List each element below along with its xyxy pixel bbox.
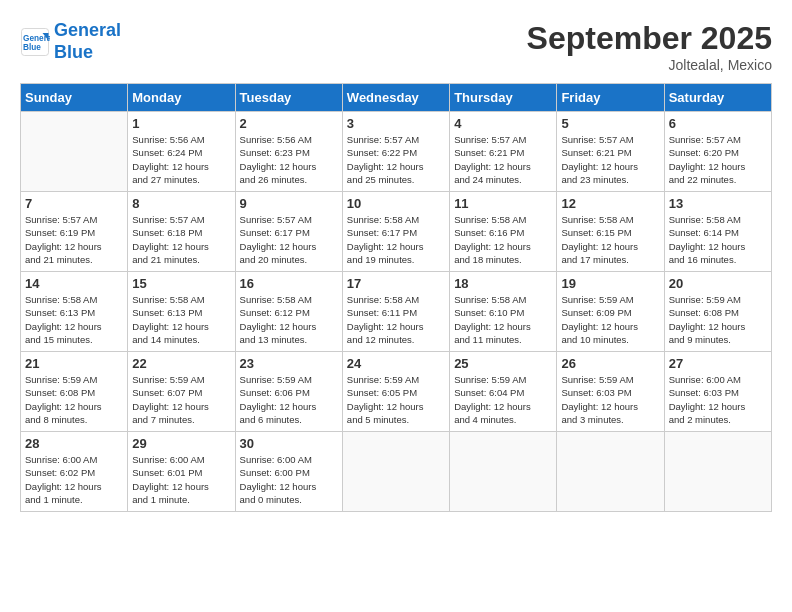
- weekday-header-tuesday: Tuesday: [235, 84, 342, 112]
- calendar-cell: 17Sunrise: 5:58 AM Sunset: 6:11 PM Dayli…: [342, 272, 449, 352]
- day-info: Sunrise: 5:58 AM Sunset: 6:14 PM Dayligh…: [669, 213, 767, 266]
- logo-text: GeneralBlue: [54, 20, 121, 63]
- logo: General Blue GeneralBlue: [20, 20, 121, 63]
- calendar-cell: 4Sunrise: 5:57 AM Sunset: 6:21 PM Daylig…: [450, 112, 557, 192]
- day-info: Sunrise: 5:57 AM Sunset: 6:20 PM Dayligh…: [669, 133, 767, 186]
- day-number: 19: [561, 276, 659, 291]
- day-info: Sunrise: 5:59 AM Sunset: 6:04 PM Dayligh…: [454, 373, 552, 426]
- calendar-cell: 29Sunrise: 6:00 AM Sunset: 6:01 PM Dayli…: [128, 432, 235, 512]
- calendar-cell: 22Sunrise: 5:59 AM Sunset: 6:07 PM Dayli…: [128, 352, 235, 432]
- calendar-week-5: 28Sunrise: 6:00 AM Sunset: 6:02 PM Dayli…: [21, 432, 772, 512]
- day-number: 29: [132, 436, 230, 451]
- location: Joltealal, Mexico: [527, 57, 772, 73]
- day-info: Sunrise: 5:58 AM Sunset: 6:13 PM Dayligh…: [132, 293, 230, 346]
- calendar-cell: 2Sunrise: 5:56 AM Sunset: 6:23 PM Daylig…: [235, 112, 342, 192]
- day-number: 24: [347, 356, 445, 371]
- calendar-cell: 19Sunrise: 5:59 AM Sunset: 6:09 PM Dayli…: [557, 272, 664, 352]
- calendar-cell: 20Sunrise: 5:59 AM Sunset: 6:08 PM Dayli…: [664, 272, 771, 352]
- month-title: September 2025: [527, 20, 772, 57]
- day-number: 14: [25, 276, 123, 291]
- day-number: 22: [132, 356, 230, 371]
- calendar-week-2: 7Sunrise: 5:57 AM Sunset: 6:19 PM Daylig…: [21, 192, 772, 272]
- calendar-cell: 10Sunrise: 5:58 AM Sunset: 6:17 PM Dayli…: [342, 192, 449, 272]
- day-info: Sunrise: 5:58 AM Sunset: 6:10 PM Dayligh…: [454, 293, 552, 346]
- calendar-header-row: SundayMondayTuesdayWednesdayThursdayFrid…: [21, 84, 772, 112]
- weekday-header-monday: Monday: [128, 84, 235, 112]
- day-number: 25: [454, 356, 552, 371]
- day-info: Sunrise: 5:58 AM Sunset: 6:16 PM Dayligh…: [454, 213, 552, 266]
- calendar-cell: 23Sunrise: 5:59 AM Sunset: 6:06 PM Dayli…: [235, 352, 342, 432]
- day-info: Sunrise: 5:56 AM Sunset: 6:23 PM Dayligh…: [240, 133, 338, 186]
- day-number: 15: [132, 276, 230, 291]
- day-number: 13: [669, 196, 767, 211]
- day-info: Sunrise: 5:59 AM Sunset: 6:06 PM Dayligh…: [240, 373, 338, 426]
- weekday-header-thursday: Thursday: [450, 84, 557, 112]
- calendar-cell: [342, 432, 449, 512]
- day-number: 20: [669, 276, 767, 291]
- day-info: Sunrise: 6:00 AM Sunset: 6:00 PM Dayligh…: [240, 453, 338, 506]
- day-info: Sunrise: 5:57 AM Sunset: 6:19 PM Dayligh…: [25, 213, 123, 266]
- calendar-cell: 25Sunrise: 5:59 AM Sunset: 6:04 PM Dayli…: [450, 352, 557, 432]
- weekday-header-sunday: Sunday: [21, 84, 128, 112]
- calendar-cell: 14Sunrise: 5:58 AM Sunset: 6:13 PM Dayli…: [21, 272, 128, 352]
- calendar-cell: [664, 432, 771, 512]
- calendar-cell: 15Sunrise: 5:58 AM Sunset: 6:13 PM Dayli…: [128, 272, 235, 352]
- day-info: Sunrise: 5:58 AM Sunset: 6:13 PM Dayligh…: [25, 293, 123, 346]
- day-info: Sunrise: 5:59 AM Sunset: 6:05 PM Dayligh…: [347, 373, 445, 426]
- day-info: Sunrise: 5:57 AM Sunset: 6:21 PM Dayligh…: [561, 133, 659, 186]
- day-info: Sunrise: 6:00 AM Sunset: 6:03 PM Dayligh…: [669, 373, 767, 426]
- day-info: Sunrise: 5:58 AM Sunset: 6:15 PM Dayligh…: [561, 213, 659, 266]
- day-info: Sunrise: 5:59 AM Sunset: 6:07 PM Dayligh…: [132, 373, 230, 426]
- calendar-cell: 11Sunrise: 5:58 AM Sunset: 6:16 PM Dayli…: [450, 192, 557, 272]
- day-number: 16: [240, 276, 338, 291]
- svg-text:Blue: Blue: [23, 42, 41, 51]
- day-info: Sunrise: 5:57 AM Sunset: 6:18 PM Dayligh…: [132, 213, 230, 266]
- day-info: Sunrise: 6:00 AM Sunset: 6:02 PM Dayligh…: [25, 453, 123, 506]
- calendar-cell: 28Sunrise: 6:00 AM Sunset: 6:02 PM Dayli…: [21, 432, 128, 512]
- day-info: Sunrise: 5:58 AM Sunset: 6:17 PM Dayligh…: [347, 213, 445, 266]
- day-info: Sunrise: 5:57 AM Sunset: 6:21 PM Dayligh…: [454, 133, 552, 186]
- day-number: 3: [347, 116, 445, 131]
- calendar-cell: 6Sunrise: 5:57 AM Sunset: 6:20 PM Daylig…: [664, 112, 771, 192]
- calendar-cell: 12Sunrise: 5:58 AM Sunset: 6:15 PM Dayli…: [557, 192, 664, 272]
- day-info: Sunrise: 6:00 AM Sunset: 6:01 PM Dayligh…: [132, 453, 230, 506]
- calendar-cell: 1Sunrise: 5:56 AM Sunset: 6:24 PM Daylig…: [128, 112, 235, 192]
- calendar-cell: [450, 432, 557, 512]
- calendar-cell: 9Sunrise: 5:57 AM Sunset: 6:17 PM Daylig…: [235, 192, 342, 272]
- calendar-cell: 16Sunrise: 5:58 AM Sunset: 6:12 PM Dayli…: [235, 272, 342, 352]
- day-info: Sunrise: 5:59 AM Sunset: 6:03 PM Dayligh…: [561, 373, 659, 426]
- day-number: 18: [454, 276, 552, 291]
- day-number: 9: [240, 196, 338, 211]
- weekday-header-wednesday: Wednesday: [342, 84, 449, 112]
- day-number: 30: [240, 436, 338, 451]
- day-number: 5: [561, 116, 659, 131]
- calendar-cell: 3Sunrise: 5:57 AM Sunset: 6:22 PM Daylig…: [342, 112, 449, 192]
- day-info: Sunrise: 5:59 AM Sunset: 6:09 PM Dayligh…: [561, 293, 659, 346]
- title-block: September 2025 Joltealal, Mexico: [527, 20, 772, 73]
- day-number: 21: [25, 356, 123, 371]
- calendar-week-1: 1Sunrise: 5:56 AM Sunset: 6:24 PM Daylig…: [21, 112, 772, 192]
- day-number: 7: [25, 196, 123, 211]
- calendar-cell: 26Sunrise: 5:59 AM Sunset: 6:03 PM Dayli…: [557, 352, 664, 432]
- day-info: Sunrise: 5:56 AM Sunset: 6:24 PM Dayligh…: [132, 133, 230, 186]
- page-header: General Blue GeneralBlue September 2025 …: [20, 20, 772, 73]
- day-number: 26: [561, 356, 659, 371]
- day-number: 11: [454, 196, 552, 211]
- calendar-week-3: 14Sunrise: 5:58 AM Sunset: 6:13 PM Dayli…: [21, 272, 772, 352]
- day-info: Sunrise: 5:59 AM Sunset: 6:08 PM Dayligh…: [25, 373, 123, 426]
- calendar-cell: 8Sunrise: 5:57 AM Sunset: 6:18 PM Daylig…: [128, 192, 235, 272]
- day-info: Sunrise: 5:58 AM Sunset: 6:11 PM Dayligh…: [347, 293, 445, 346]
- day-number: 6: [669, 116, 767, 131]
- calendar-cell: 13Sunrise: 5:58 AM Sunset: 6:14 PM Dayli…: [664, 192, 771, 272]
- day-info: Sunrise: 5:57 AM Sunset: 6:22 PM Dayligh…: [347, 133, 445, 186]
- weekday-header-friday: Friday: [557, 84, 664, 112]
- day-info: Sunrise: 5:59 AM Sunset: 6:08 PM Dayligh…: [669, 293, 767, 346]
- calendar-cell: 21Sunrise: 5:59 AM Sunset: 6:08 PM Dayli…: [21, 352, 128, 432]
- calendar-cell: 7Sunrise: 5:57 AM Sunset: 6:19 PM Daylig…: [21, 192, 128, 272]
- calendar-table: SundayMondayTuesdayWednesdayThursdayFrid…: [20, 83, 772, 512]
- calendar-week-4: 21Sunrise: 5:59 AM Sunset: 6:08 PM Dayli…: [21, 352, 772, 432]
- calendar-body: 1Sunrise: 5:56 AM Sunset: 6:24 PM Daylig…: [21, 112, 772, 512]
- day-info: Sunrise: 5:57 AM Sunset: 6:17 PM Dayligh…: [240, 213, 338, 266]
- day-number: 27: [669, 356, 767, 371]
- calendar-cell: [557, 432, 664, 512]
